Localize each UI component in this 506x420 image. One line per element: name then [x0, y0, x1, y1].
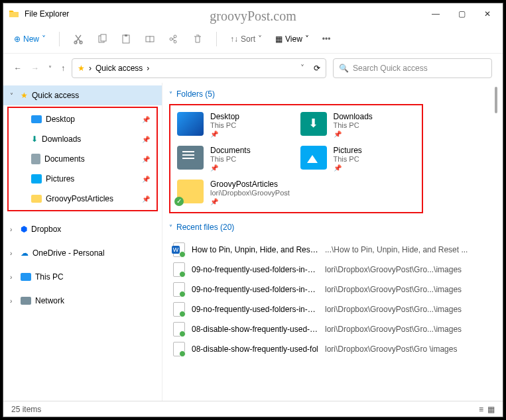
sidebar: ˅ ★ Quick access Desktop📌 ⬇Downloads📌 Do…: [3, 83, 162, 401]
sidebar-thispc[interactable]: ›This PC: [3, 267, 162, 287]
folder-desktop[interactable]: DesktopThis PC📌: [173, 108, 296, 142]
sidebar-item-groovy[interactable]: GroovyPostArticles📌: [9, 189, 157, 209]
highlight-box-sidebar: Desktop📌 ⬇Downloads📌 Documents📌 Pictures…: [7, 107, 158, 211]
search-icon: 🔍: [339, 64, 349, 73]
minimize-button[interactable]: —: [432, 9, 440, 19]
image-file-icon: [173, 282, 185, 297]
main-content: ˅Folders (5) DesktopThis PC📌 ⬇DownloadsT…: [162, 83, 503, 401]
chevron-right-icon[interactable]: ›: [10, 250, 17, 257]
pictures-icon: [31, 174, 42, 184]
pin-icon: 📌: [334, 131, 373, 138]
documents-folder-icon: [177, 146, 204, 170]
file-row[interactable]: 08-disable-show-frequently-used-follori\…: [169, 339, 495, 359]
pin-icon: 📌: [210, 164, 251, 172]
breadcrumb-label[interactable]: Quick access: [95, 64, 143, 73]
pin-icon: 📌: [210, 198, 290, 205]
chevron-down-icon: ˅: [169, 224, 172, 231]
pin-icon: 📌: [210, 131, 239, 138]
item-count: 25 items: [11, 405, 41, 414]
document-icon: [31, 154, 40, 164]
titlebar: File Explorer — ▢ ✕: [3, 3, 503, 25]
breadcrumb-sep: ›: [89, 64, 92, 73]
network-icon: [21, 297, 31, 305]
file-row[interactable]: 09-no-frequently-used-folders-in-qui...l…: [169, 280, 495, 299]
more-button[interactable]: •••: [322, 34, 331, 44]
close-button[interactable]: ✕: [484, 9, 491, 19]
desktop-icon: [31, 115, 42, 123]
app-icon: [9, 9, 19, 19]
pin-icon: 📌: [142, 156, 150, 163]
chevron-down-icon: ˅: [169, 91, 172, 98]
status-bar: 25 items ≡ ▦: [3, 401, 503, 417]
view-button[interactable]: ▦ View ˅: [275, 34, 309, 44]
recent-header[interactable]: ˅Recent files (20): [169, 223, 503, 232]
address-bar[interactable]: ★ › Quick access › ˅ ⟳: [72, 58, 326, 78]
svg-rect-3: [125, 34, 127, 36]
folder-groovy[interactable]: ✓GroovyPostArticleslori\Dropbox\GroovyPo…: [173, 176, 296, 209]
chevron-right-icon[interactable]: ›: [10, 226, 17, 233]
details-view-button[interactable]: ≡: [479, 405, 483, 414]
sidebar-network[interactable]: ›Network: [3, 291, 162, 311]
maximize-button[interactable]: ▢: [458, 9, 466, 19]
sidebar-item-pictures[interactable]: Pictures📌: [9, 169, 157, 189]
tiles-view-button[interactable]: ▦: [487, 405, 495, 414]
window-title: File Explorer: [25, 9, 69, 19]
folder-pictures[interactable]: PicturesThis PC📌: [296, 142, 420, 176]
rename-button[interactable]: [145, 34, 155, 44]
pin-icon: 📌: [142, 136, 150, 143]
highlight-box-folders: DesktopThis PC📌 ⬇DownloadsThis PC📌 Docum…: [169, 104, 423, 213]
paste-button[interactable]: [121, 34, 131, 44]
download-icon: ⬇: [31, 134, 38, 144]
image-file-icon: [173, 302, 185, 317]
desktop-folder-icon: [177, 112, 204, 136]
pin-icon: 📌: [142, 176, 150, 183]
search-input[interactable]: 🔍 Search Quick access: [333, 58, 492, 78]
word-file-icon: [173, 242, 185, 257]
downloads-folder-icon: ⬇: [300, 112, 327, 136]
new-button[interactable]: ⊕ New ˅: [14, 34, 46, 44]
copy-button[interactable]: [97, 34, 107, 44]
toolbar: ⊕ New ˅ ↑↓ Sort ˅ ▦ View ˅ •••: [3, 25, 503, 54]
cut-button[interactable]: [73, 34, 84, 44]
share-button[interactable]: [168, 34, 179, 44]
sidebar-quick-access[interactable]: ˅ ★ Quick access: [3, 85, 162, 105]
pin-icon: 📌: [142, 116, 150, 123]
svg-rect-1: [101, 34, 106, 41]
star-icon: ★: [78, 64, 85, 73]
history-button[interactable]: ˅: [48, 65, 52, 72]
file-row[interactable]: 09-no-frequently-used-folders-in-qui...l…: [169, 260, 495, 280]
folder-icon: [31, 195, 42, 203]
chevron-right-icon[interactable]: ›: [10, 297, 17, 305]
pin-icon: 📌: [334, 164, 362, 172]
pin-icon: 📌: [142, 195, 150, 203]
image-file-icon: [173, 262, 185, 277]
folders-header[interactable]: ˅Folders (5): [169, 89, 503, 99]
scrollbar-thumb[interactable]: [495, 87, 497, 113]
image-file-icon: [173, 322, 185, 337]
breadcrumb-sep[interactable]: ›: [147, 64, 149, 73]
sidebar-item-desktop[interactable]: Desktop📌: [9, 109, 157, 129]
folder-icon: ✓: [177, 180, 204, 203]
folder-documents[interactable]: DocumentsThis PC📌: [173, 142, 296, 176]
forward-button[interactable]: →: [31, 64, 39, 73]
pictures-folder-icon: [300, 146, 327, 170]
dropbox-icon: ⬢: [21, 225, 27, 234]
sort-button[interactable]: ↑↓ Sort ˅: [230, 34, 262, 44]
file-row[interactable]: 08-disable-show-frequently-used-fol...lo…: [169, 319, 495, 339]
refresh-button[interactable]: ⟳: [314, 64, 320, 73]
sidebar-onedrive[interactable]: ›☁OneDrive - Personal: [3, 243, 162, 263]
address-dropdown[interactable]: ˅: [300, 64, 304, 73]
chevron-right-icon[interactable]: ›: [10, 274, 17, 281]
up-button[interactable]: ↑: [61, 64, 65, 73]
sidebar-item-documents[interactable]: Documents📌: [9, 149, 157, 169]
folder-downloads[interactable]: ⬇DownloadsThis PC📌: [296, 108, 420, 142]
chevron-down-icon[interactable]: ˅: [10, 92, 17, 99]
cloud-icon: ☁: [21, 248, 29, 258]
sidebar-dropbox[interactable]: ›⬢Dropbox: [3, 219, 162, 239]
delete-button[interactable]: [192, 34, 203, 44]
file-row[interactable]: How to Pin, Unpin, Hide, and Reset Q....…: [169, 240, 495, 260]
file-row[interactable]: 09-no-frequently-used-folders-in-qui...l…: [169, 299, 495, 319]
back-button[interactable]: ←: [14, 64, 22, 73]
sidebar-item-downloads[interactable]: ⬇Downloads📌: [9, 129, 157, 149]
star-icon: ★: [21, 91, 28, 100]
